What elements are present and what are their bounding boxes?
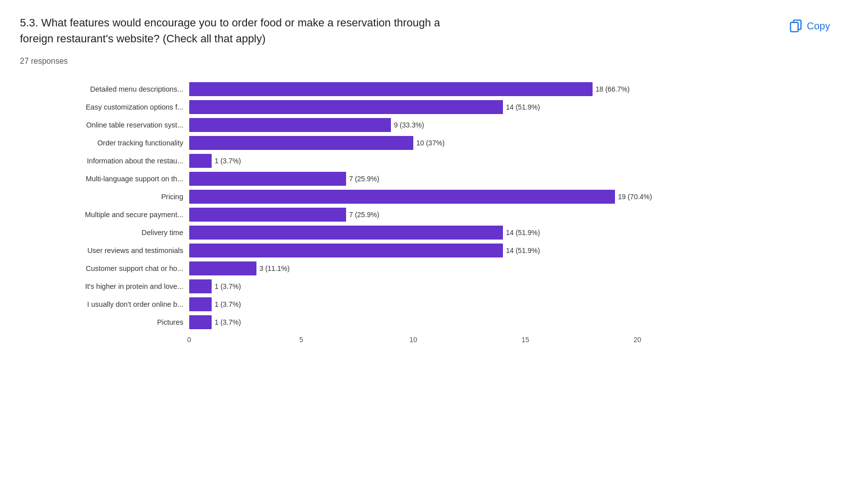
bar-area: 7 (25.9%): [189, 208, 836, 222]
copy-label: Copy: [807, 20, 830, 32]
bar-value: 19 (70.4%): [618, 193, 652, 201]
question-title: 5.3. What features would encourage you t…: [20, 15, 468, 47]
bar-value: 7 (25.9%): [349, 175, 379, 183]
bar-area: 1 (3.7%): [189, 279, 836, 293]
bar-area: 14 (51.9%): [189, 244, 836, 257]
bar-label: Pricing: [20, 193, 189, 201]
x-axis: 05101520: [20, 336, 836, 348]
bar: [189, 100, 503, 114]
bar-area: 14 (51.9%): [189, 226, 836, 240]
bar-label: Information about the restau...: [20, 157, 189, 165]
copy-button[interactable]: Copy: [783, 15, 836, 37]
bar-area: 3 (11.1%): [189, 261, 836, 275]
bar-area: 19 (70.4%): [189, 190, 836, 204]
bar-row: Easy customization options f...14 (51.9%…: [20, 99, 836, 116]
x-tick: 20: [633, 336, 641, 344]
bar-value: 7 (25.9%): [349, 211, 379, 219]
bar-value: 9 (33.3%): [394, 121, 424, 129]
bar-value: 14 (51.9%): [506, 103, 540, 111]
bar-area: 18 (66.7%): [189, 82, 836, 96]
bar: [189, 297, 212, 311]
bar-row: Detailed menu descriptions...18 (66.7%): [20, 81, 836, 98]
bar-label: Pictures: [20, 318, 189, 326]
bar-value: 10 (37%): [416, 139, 445, 147]
bar: [189, 208, 346, 222]
bar: [189, 244, 503, 257]
bar-area: 7 (25.9%): [189, 172, 836, 186]
header-row: 5.3. What features would encourage you t…: [20, 15, 836, 47]
bar: [189, 315, 212, 329]
bar-area: 1 (3.7%): [189, 297, 836, 311]
bar-row: User reviews and testimonials14 (51.9%): [20, 242, 836, 259]
question-number: 5.3.: [20, 16, 38, 29]
bar-value: 18 (66.7%): [596, 85, 629, 93]
bar-row: I usually don't order online b...1 (3.7%…: [20, 296, 836, 313]
bar: [189, 279, 212, 293]
bar-row: Pricing19 (70.4%): [20, 188, 836, 205]
bar-value: 1 (3.7%): [215, 282, 241, 290]
bar-area: 9 (33.3%): [189, 118, 836, 132]
bar-value: 3 (11.1%): [259, 264, 290, 272]
bar-label: Delivery time: [20, 229, 189, 237]
bar-value: 1 (3.7%): [215, 318, 241, 326]
bar-label: User reviews and testimonials: [20, 247, 189, 254]
x-tick: 15: [521, 336, 529, 344]
bar-area: 1 (3.7%): [189, 154, 836, 168]
bar: [189, 190, 615, 204]
bar-row: Information about the restau...1 (3.7%): [20, 152, 836, 169]
bar-row: Delivery time14 (51.9%): [20, 224, 836, 241]
bar: [189, 118, 391, 132]
x-tick: 0: [187, 336, 191, 344]
question-text: What features would encourage you to ord…: [20, 16, 440, 45]
bar-value: 1 (3.7%): [215, 157, 241, 165]
bar-row: Customer support chat or ho...3 (11.1%): [20, 260, 836, 277]
bar-label: Multi-language support on th...: [20, 175, 189, 183]
bar-row: Pictures1 (3.7%): [20, 314, 836, 331]
bar-label: Customer support chat or ho...: [20, 264, 189, 272]
bar-label: It's higher in protein and love...: [20, 282, 189, 290]
bar-value: 14 (51.9%): [506, 229, 540, 237]
bar-row: Order tracking functionality10 (37%): [20, 134, 836, 151]
bar-label: Easy customization options f...: [20, 103, 189, 111]
bar-value: 1 (3.7%): [215, 300, 241, 308]
bar: [189, 136, 413, 150]
x-tick: 10: [409, 336, 417, 344]
bar-row: It's higher in protein and love...1 (3.7…: [20, 278, 836, 295]
bar-label: Multiple and secure payment...: [20, 211, 189, 219]
bar: [189, 226, 503, 240]
bar: [189, 261, 256, 275]
chart-container: Detailed menu descriptions...18 (66.7%)E…: [20, 81, 836, 332]
bar-row: Multiple and secure payment...7 (25.9%): [20, 206, 836, 223]
bar: [189, 82, 593, 96]
responses-count: 27 responses: [20, 57, 836, 66]
svg-rect-1: [791, 22, 798, 32]
bar: [189, 154, 212, 168]
bar-label: Detailed menu descriptions...: [20, 85, 189, 93]
bar-area: 1 (3.7%): [189, 315, 836, 329]
bar-area: 14 (51.9%): [189, 100, 836, 114]
bar-area: 10 (37%): [189, 136, 836, 150]
bar-value: 14 (51.9%): [506, 247, 540, 254]
bar-label: Online table reservation syst...: [20, 121, 189, 129]
bar: [189, 172, 346, 186]
copy-icon: [789, 19, 803, 33]
x-axis-inner: 05101520: [189, 336, 836, 348]
bar-row: Multi-language support on th...7 (25.9%): [20, 170, 836, 187]
bar-label: I usually don't order online b...: [20, 300, 189, 308]
x-tick: 5: [299, 336, 303, 344]
bar-row: Online table reservation syst...9 (33.3%…: [20, 117, 836, 133]
bar-label: Order tracking functionality: [20, 139, 189, 147]
